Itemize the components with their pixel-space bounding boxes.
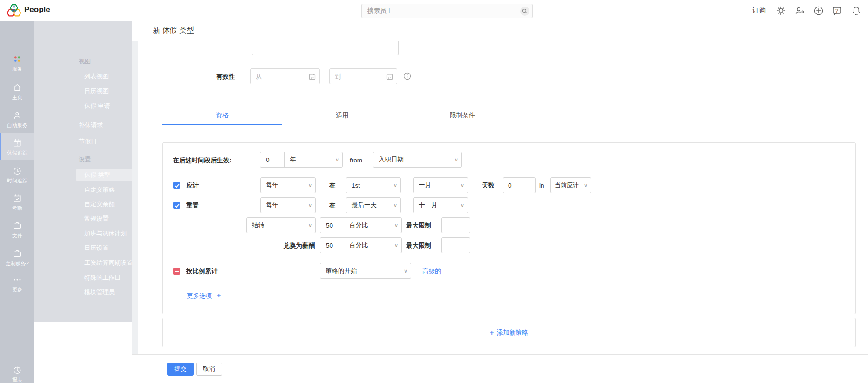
effective-from-value: 入职日期 (379, 155, 404, 164)
more-options-label: 更多选项 (187, 292, 212, 299)
rail-item-self-service[interactable]: 自助服务 (0, 107, 34, 131)
carryover-type-select[interactable]: 结转 (246, 217, 316, 233)
sidebar-item-general-settings[interactable]: 常规设置 (84, 213, 108, 225)
carryover-unit-value: 百分比 (349, 221, 368, 229)
reset-on-word: 在 (329, 202, 336, 209)
sidebar-item-payroll-cycle-settings[interactable]: 工资结算周期设置 (84, 257, 133, 269)
sidebar-item-leave-type[interactable]: 休假 类型 (76, 169, 132, 181)
reset-day-select[interactable]: 最后一天 (346, 197, 401, 213)
calendar-icon[interactable] (309, 73, 316, 82)
sidebar-item-list-view[interactable]: 列表视图 (84, 70, 108, 82)
reports-icon (12, 365, 22, 375)
rail-item-label: 自助服务 (7, 122, 27, 128)
accrual-day-select[interactable]: 1st (346, 177, 401, 193)
chevron-down-icon (394, 223, 398, 228)
settings-gear-icon[interactable] (776, 6, 786, 16)
effective-from-select[interactable]: 入职日期 (373, 152, 462, 168)
rail-item-services[interactable]: 服务 (0, 51, 34, 75)
info-icon[interactable] (403, 72, 411, 82)
app-root: People 订购 (0, 0, 868, 383)
custom-service-icon (12, 249, 22, 259)
cancel-button[interactable]: 取消 (196, 363, 222, 376)
accrual-in-select[interactable]: 当前应计 (550, 177, 591, 193)
subscribe-link[interactable]: 订购 (753, 7, 766, 15)
encashment-label: 兑换为薪酬 (263, 242, 315, 249)
help-icon[interactable]: ? (832, 6, 842, 16)
rail-item-reports[interactable]: 报表 (0, 362, 34, 383)
accrual-month-select[interactable]: 一月 (413, 177, 468, 193)
effective-value-input[interactable] (260, 152, 285, 167)
chevron-down-icon (461, 203, 464, 208)
rail-item-files[interactable]: 文件 (0, 217, 34, 242)
add-plus-icon[interactable] (814, 6, 824, 16)
rail-item-time-tracker[interactable]: 时间追踪 (0, 162, 34, 187)
rail-item-home[interactable]: 主页 (0, 79, 34, 103)
sidebar-item-overtime-compoff-plan[interactable]: 加班与调休计划 (84, 228, 127, 240)
tab-applicable[interactable]: 适用 (282, 106, 402, 125)
in-word: in (539, 181, 544, 189)
carryover-max-input[interactable] (441, 217, 470, 233)
encashment-max-input[interactable] (441, 237, 470, 253)
chevron-down-icon (308, 203, 312, 208)
carryover-max-label: 最大限制 (406, 222, 431, 229)
validity-to-field (329, 68, 397, 84)
chevron-down-icon (404, 269, 407, 274)
zoho-people-logo-icon[interactable] (7, 3, 21, 18)
reset-month-select[interactable]: 十二月 (413, 197, 468, 213)
sidebar-item-holidays[interactable]: 节假日 (79, 135, 97, 148)
reset-frequency-value: 每年 (266, 201, 278, 209)
files-icon (12, 221, 22, 231)
prorate-checkbox[interactable] (173, 268, 180, 275)
advanced-link[interactable]: 高级的 (422, 267, 441, 275)
sidebar-item-comp-off-request[interactable]: 补休请求 (79, 119, 103, 131)
self-service-icon (12, 110, 22, 121)
rail-item-attendance[interactable]: 考勤 (0, 190, 34, 214)
accrual-in-value: 当前应计 (555, 181, 579, 189)
rail-item-custom-service-2[interactable]: 定制服务2 (0, 245, 34, 269)
notifications-bell-icon[interactable] (851, 6, 861, 16)
add-policy-label: 添加新策略 (497, 329, 529, 337)
prorate-label: 按比例累计 (186, 267, 218, 275)
search-icon[interactable] (519, 6, 530, 19)
sidebar-item-custom-balance[interactable]: 自定义余额 (84, 198, 115, 210)
apps-icon (12, 54, 22, 64)
rail-item-leave-tracker[interactable]: 休假追踪 (0, 133, 34, 160)
prorate-start-select[interactable]: 策略的开始 (320, 263, 411, 279)
carryover-unit-select[interactable]: 百分比 (344, 218, 401, 233)
footer-divider (132, 354, 868, 355)
accrual-days-input[interactable] (503, 177, 536, 193)
search-box (361, 4, 533, 18)
encashment-value-input[interactable] (320, 238, 344, 253)
effective-unit-select[interactable]: 年 (285, 152, 342, 167)
sidebar-item-module-admin[interactable]: 模块管理员 (84, 286, 115, 298)
tab-restrictions[interactable]: 限制条件 (402, 106, 522, 125)
user-switch-icon[interactable] (794, 6, 805, 16)
submit-button[interactable]: 提交 (167, 363, 194, 376)
rail-item-more[interactable]: 更多 (0, 271, 34, 296)
search-input[interactable] (362, 4, 532, 18)
carryover-value-input[interactable] (320, 218, 344, 233)
sidebar-item-special-workdays[interactable]: 特殊的工作日 (84, 272, 121, 284)
accrual-frequency-select[interactable]: 每年 (260, 177, 316, 193)
add-policy-link[interactable]: 添加新策略 (490, 329, 528, 337)
tab-eligibility[interactable]: 资格 (162, 106, 282, 125)
chevron-down-icon (394, 243, 398, 248)
encashment-unit-select[interactable]: 百分比 (344, 238, 401, 253)
form-tabs: 资格 适用 限制条件 (162, 106, 855, 125)
calendar-icon[interactable] (386, 73, 393, 82)
sidebar-item-calendar-view[interactable]: 日历视图 (84, 85, 108, 97)
sidebar-item-custom-policy[interactable]: 自定义策略 (84, 184, 115, 196)
sidebar-item-calendar-settings[interactable]: 日历设置 (84, 242, 108, 254)
reset-checkbox[interactable] (173, 202, 180, 209)
accrual-checkbox[interactable] (173, 182, 180, 189)
leave-type-name-input[interactable] (252, 41, 399, 55)
more-options-link[interactable]: 更多选项 (187, 291, 221, 300)
reset-frequency-select[interactable]: 每年 (260, 197, 316, 213)
app-title: People (24, 5, 50, 14)
chevron-down-icon (393, 203, 397, 208)
sidebar-item-leave-application[interactable]: 休假 申请 (84, 100, 110, 112)
chevron-down-icon (335, 157, 339, 162)
left-gutter (132, 41, 138, 354)
rail-item-label: 定制服务2 (6, 261, 29, 266)
top-header: People 订购 (0, 0, 868, 21)
